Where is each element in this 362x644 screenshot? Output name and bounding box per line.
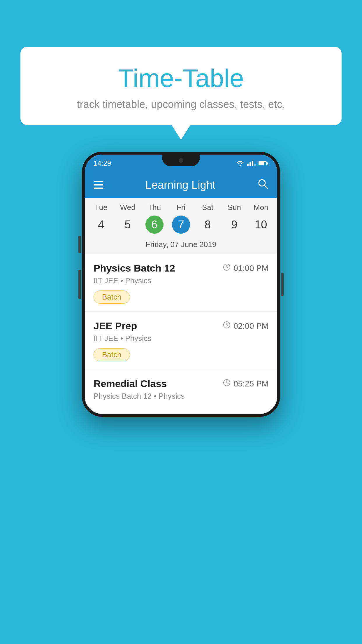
signal-icon: [247, 161, 256, 166]
day-label-tue: Tue: [88, 203, 114, 212]
day-number-6[interactable]: 6: [145, 216, 164, 234]
schedule-item-subtitle-2: Physics Batch 12 • Physics: [94, 392, 268, 401]
volume-button-down: [78, 270, 81, 299]
day-number-5[interactable]: 5: [114, 216, 141, 233]
schedule-item-0[interactable]: Physics Batch 12 01:00 PM IIT JEE • Phys…: [85, 254, 277, 312]
status-icons: [236, 160, 268, 167]
schedule-item-2[interactable]: Remedial Class 05:25 PM Physics Batch 12…: [85, 369, 277, 414]
selected-date: Friday, 07 June 2019: [85, 238, 277, 254]
schedule-item-title-1: JEE Prep: [94, 320, 137, 332]
power-button: [281, 273, 284, 296]
calendar-section: TueWedThuFriSatSunMon 45678910 Friday, 0…: [85, 198, 277, 254]
clock-icon-0: [223, 263, 231, 273]
day-label-sat: Sat: [194, 203, 221, 212]
schedule-item-title-0: Physics Batch 12: [94, 262, 175, 274]
schedule-item-1[interactable]: JEE Prep 02:00 PM IIT JEE • Physics Batc…: [85, 312, 277, 369]
svg-line-5: [227, 267, 228, 268]
batch-badge-0: Batch: [94, 290, 130, 304]
menu-icon[interactable]: [94, 181, 103, 189]
notch: [162, 155, 200, 166]
phone-outer: 14:29: [82, 152, 280, 417]
svg-line-2: [264, 185, 268, 188]
day-label-fri: Fri: [168, 203, 194, 212]
schedule-item-header-1: JEE Prep 02:00 PM: [94, 320, 268, 332]
batch-badge-1: Batch: [94, 348, 130, 361]
battery-icon: [259, 161, 268, 165]
schedule-item-title-2: Remedial Class: [94, 378, 167, 389]
status-bar: 14:29: [85, 155, 277, 172]
day-number-10[interactable]: 10: [248, 216, 274, 233]
day-number-8[interactable]: 8: [194, 216, 221, 233]
app-bar: Learning Light: [85, 172, 277, 198]
schedule-item-subtitle-0: IIT JEE • Physics: [94, 276, 268, 285]
day-label-mon: Mon: [248, 203, 274, 212]
schedule-item-subtitle-1: IIT JEE • Physics: [94, 334, 268, 343]
status-time: 14:29: [94, 159, 111, 167]
day-label-wed: Wed: [114, 203, 141, 212]
day-label-thu: Thu: [141, 203, 168, 212]
schedule-item-header-2: Remedial Class 05:25 PM: [94, 378, 268, 389]
speech-bubble: Time-Table track timetable, upcoming cla…: [20, 47, 342, 125]
bubble-subtitle: track timetable, upcoming classes, tests…: [32, 98, 330, 111]
bubble-title: Time-Table: [32, 64, 330, 92]
days-numbers[interactable]: 45678910: [85, 214, 277, 238]
schedule-item-time-0: 01:00 PM: [223, 263, 268, 273]
schedule-item-header-0: Physics Batch 12 01:00 PM: [94, 262, 268, 274]
day-number-4[interactable]: 4: [88, 216, 114, 233]
days-header: TueWedThuFriSatSunMon: [85, 198, 277, 214]
camera: [179, 158, 183, 163]
schedule-item-time-2: 05:25 PM: [223, 379, 268, 388]
phone-screen: 14:29: [85, 155, 277, 414]
svg-line-11: [227, 383, 228, 384]
wifi-icon: [236, 160, 244, 167]
schedule-list: Physics Batch 12 01:00 PM IIT JEE • Phys…: [85, 254, 277, 414]
schedule-item-time-1: 02:00 PM: [223, 321, 268, 331]
svg-line-8: [227, 325, 228, 326]
clock-icon-2: [223, 379, 231, 388]
day-number-7[interactable]: 7: [172, 216, 190, 234]
day-label-sun: Sun: [221, 203, 247, 212]
day-number-9[interactable]: 9: [221, 216, 247, 233]
search-icon[interactable]: [257, 178, 268, 192]
clock-icon-1: [223, 321, 231, 331]
volume-button-up: [78, 236, 81, 253]
phone-mockup: 14:29: [82, 152, 280, 417]
app-title: Learning Light: [112, 179, 249, 191]
svg-point-0: [240, 165, 241, 167]
